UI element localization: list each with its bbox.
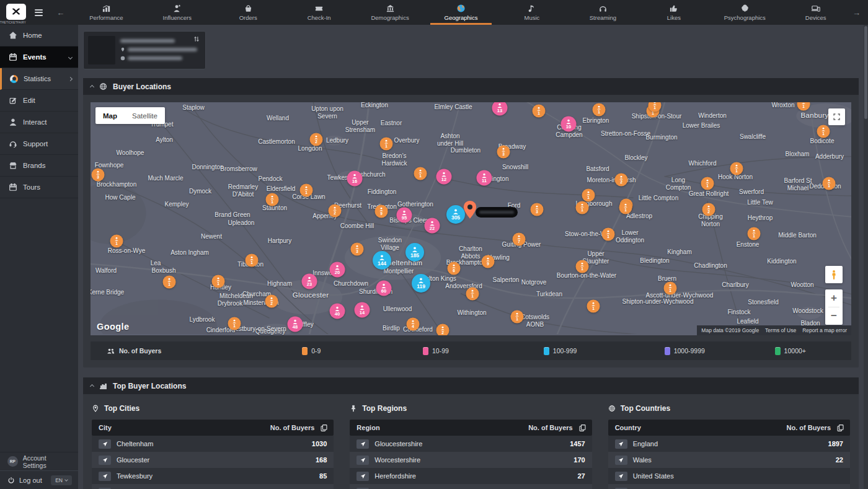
buyer-cluster-marker[interactable]: 1	[664, 282, 677, 295]
buyer-cluster-marker[interactable]: 1	[748, 227, 761, 240]
buyer-cluster-marker[interactable]: 6	[448, 262, 461, 275]
sidebar-item-statistics[interactable]: Statistics	[0, 68, 78, 90]
buyer-cluster-marker[interactable]: 3	[92, 169, 105, 182]
buyer-cluster-marker[interactable]: 1	[593, 104, 606, 117]
buyer-cluster-marker[interactable]: 40	[330, 304, 345, 319]
buyer-locations-map[interactable]: StaplowUpton upon SevernEckingtonElmley …	[91, 102, 851, 335]
buyer-cluster-marker[interactable]: 60	[376, 281, 392, 296]
buyer-cluster-marker[interactable]: 1	[730, 162, 743, 175]
sidebar-item-brands[interactable]: Brands	[0, 155, 78, 177]
buyer-cluster-marker[interactable]: 1	[533, 105, 546, 118]
terms-link[interactable]: Terms of Use	[765, 327, 796, 333]
buyer-cluster-marker[interactable]: 1	[823, 177, 836, 190]
buyer-cluster-marker[interactable]: 20	[330, 262, 345, 278]
buyer-cluster-marker[interactable]: 1	[817, 125, 830, 138]
satellite-view-button[interactable]: Satellite	[125, 107, 165, 124]
buyer-cluster-marker[interactable]: 1	[266, 193, 279, 206]
navigate-icon[interactable]	[615, 472, 627, 481]
buyer-cluster-marker[interactable]: 1	[228, 317, 241, 330]
table-row[interactable]: Stroud83	[92, 484, 334, 489]
buyer-cluster-marker[interactable]: 16	[347, 171, 363, 187]
tab-demographics[interactable]: Demographics	[355, 0, 425, 25]
buyer-cluster-marker[interactable]: 12	[436, 169, 452, 185]
sidebar-item-tours[interactable]: Tours	[0, 177, 78, 198]
top-buyer-locations-header[interactable]: Top Buyer Locations	[83, 377, 859, 394]
map-view-button[interactable]: Map	[95, 107, 125, 124]
table-row[interactable]: Tewkesbury85	[92, 468, 334, 484]
buyer-cluster-marker[interactable]: 1	[576, 260, 589, 273]
buyer-cluster-marker[interactable]: 1	[246, 254, 259, 267]
copy-icon[interactable]	[578, 424, 587, 432]
sidebar-item-edit[interactable]: Edit	[0, 90, 78, 112]
buyer-cluster-marker[interactable]: 1	[576, 201, 589, 214]
table-row[interactable]: Gloucestershire1457	[350, 436, 591, 452]
buyer-cluster-marker[interactable]: 10	[561, 117, 577, 132]
buyer-cluster-marker[interactable]: 4	[407, 318, 420, 331]
buyer-cluster-marker[interactable]: 1	[582, 189, 595, 202]
buyer-cluster-marker[interactable]: 1	[602, 228, 615, 241]
tab-streaming[interactable]: Streaming	[567, 0, 638, 25]
navigate-icon[interactable]	[99, 456, 111, 465]
buyer-cluster-marker[interactable]: 48	[288, 317, 303, 332]
copy-icon[interactable]	[836, 424, 844, 432]
fullscreen-button[interactable]	[828, 108, 845, 125]
buyer-cluster-marker[interactable]: 1	[163, 276, 176, 289]
buyer-cluster-marker[interactable]: 1	[619, 201, 632, 214]
buyer-cluster-marker[interactable]: 1	[110, 235, 123, 248]
zoom-out-button[interactable]: −	[825, 307, 843, 325]
buyer-cluster-marker[interactable]: 1	[587, 300, 600, 313]
buyer-cluster-marker[interactable]: 119	[412, 274, 430, 293]
buyer-cluster-marker[interactable]: 1	[380, 138, 393, 151]
tab-geographics[interactable]: Geographics	[425, 0, 496, 25]
buyer-cluster-marker[interactable]: 305	[446, 205, 465, 224]
navigate-icon[interactable]	[356, 472, 369, 481]
buyer-cluster-marker[interactable]: 14	[355, 302, 370, 318]
sidebar-item-home[interactable]: Home	[0, 25, 78, 46]
sidebar-item-support[interactable]: Support	[0, 133, 78, 155]
zoom-in-button[interactable]: +	[825, 289, 843, 307]
table-row[interactable]: Wales22	[608, 452, 850, 468]
buyer-cluster-marker[interactable]: 1	[414, 167, 427, 180]
navigate-icon[interactable]	[356, 439, 369, 449]
account-settings[interactable]: RP Account Settings	[0, 452, 78, 470]
buyer-cluster-marker[interactable]: 2	[615, 174, 628, 187]
pegman-streetview-button[interactable]	[825, 266, 843, 283]
tab-check-in[interactable]: Check-In	[283, 0, 354, 25]
table-row[interactable]: Oxfordshire23	[350, 484, 591, 489]
event-card[interactable]	[83, 31, 206, 69]
table-row[interactable]: Herefordshire27	[350, 468, 591, 484]
tab-performance[interactable]: Performance	[71, 0, 141, 25]
buyer-cluster-marker[interactable]: 11	[477, 170, 492, 186]
report-error-link[interactable]: Report a map error	[802, 327, 847, 333]
page-scrollbar[interactable]	[864, 25, 868, 489]
navigate-icon[interactable]	[99, 439, 111, 449]
buyer-cluster-marker[interactable]: 95	[397, 208, 412, 223]
copy-icon[interactable]	[320, 424, 328, 432]
navigate-icon[interactable]	[615, 456, 627, 465]
sidebar-item-interact[interactable]: Interact	[0, 112, 78, 133]
buyer-cluster-marker[interactable]: 2	[310, 133, 323, 146]
tab-devices[interactable]: Devices	[781, 0, 851, 25]
table-row[interactable]: Cheltenham1030	[92, 436, 334, 452]
swap-event-icon[interactable]	[193, 35, 200, 43]
forward-arrow-icon[interactable]: →	[852, 8, 861, 17]
buyer-cluster-marker[interactable]: 2	[436, 324, 450, 336]
buyer-cluster-marker[interactable]: 1	[300, 184, 313, 197]
tab-influencers[interactable]: Influencers	[142, 0, 213, 25]
tab-orders[interactable]: Orders	[213, 0, 283, 25]
buyer-cluster-marker[interactable]: 9	[482, 255, 495, 268]
buyer-cluster-marker[interactable]: 144	[373, 251, 391, 270]
tab-likes[interactable]: Likes	[639, 0, 709, 25]
app-logo[interactable]: THETICKETFAIRY	[0, 2, 26, 24]
buyer-cluster-marker[interactable]: 1	[511, 311, 524, 324]
buyer-cluster-marker[interactable]: 2	[329, 205, 342, 218]
buyer-cluster-marker[interactable]: 9	[375, 205, 388, 218]
menu-icon[interactable]	[35, 9, 43, 16]
buyer-locations-header[interactable]: Buyer Locations	[83, 78, 859, 95]
table-row[interactable]: Worcestershire170	[350, 452, 591, 468]
table-row[interactable]: United States	[608, 468, 850, 484]
buyer-cluster-marker[interactable]: 3	[351, 243, 364, 256]
tab-music[interactable]: Music	[497, 0, 567, 25]
tab-psychographics[interactable]: Psychographics	[709, 0, 780, 25]
buyer-cluster-marker[interactable]: 1	[212, 275, 225, 288]
